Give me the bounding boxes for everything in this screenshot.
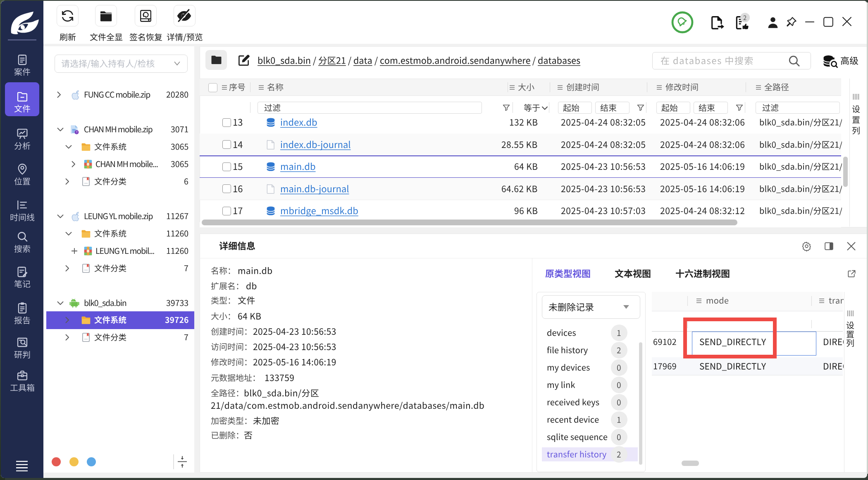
svg-text:?: ? [76,131,77,134]
